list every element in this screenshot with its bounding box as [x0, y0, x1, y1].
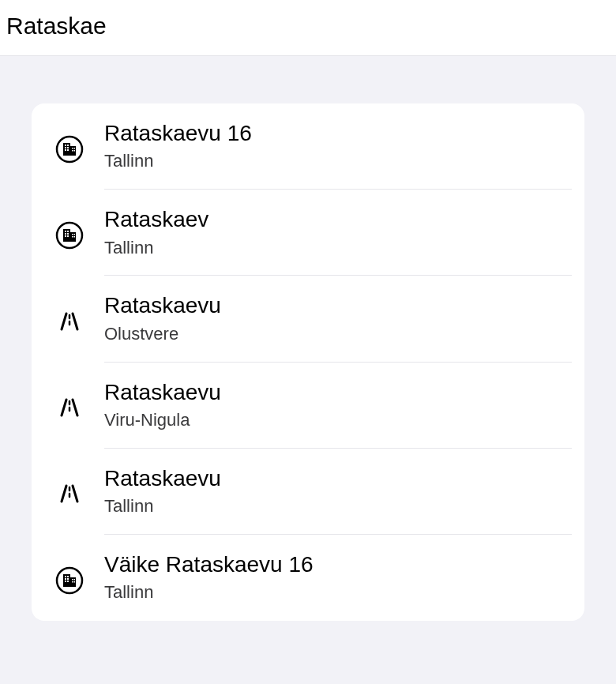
city-icon	[55, 221, 84, 250]
svg-rect-1	[63, 143, 70, 156]
svg-line-26	[62, 314, 66, 329]
road-icon	[55, 393, 84, 422]
svg-rect-42	[67, 576, 69, 577]
result-title: Rataskaevu	[104, 291, 221, 320]
svg-rect-17	[67, 231, 69, 232]
search-result-item[interactable]: Rataskaev Tallinn	[32, 190, 584, 276]
svg-rect-49	[72, 581, 73, 583]
city-icon	[55, 566, 84, 595]
result-subtitle: Tallinn	[104, 494, 221, 519]
result-text: Väike Rataskaevu 16 Tallinn	[104, 551, 314, 605]
svg-rect-8	[67, 149, 69, 151]
result-title: Rataskaevu	[104, 378, 221, 407]
search-input[interactable]	[6, 13, 610, 39]
result-subtitle: Viru-Nigula	[104, 408, 221, 433]
result-text: Rataskaevu Viru-Nigula	[104, 378, 221, 433]
svg-line-34	[62, 486, 66, 502]
search-result-item[interactable]: Rataskaevu Viru-Nigula	[32, 363, 584, 449]
result-title: Rataskaevu 16	[104, 119, 252, 148]
search-result-item[interactable]: Rataskaevu Olustvere	[32, 276, 584, 362]
svg-rect-50	[74, 581, 76, 583]
svg-rect-3	[65, 145, 66, 146]
search-bar	[0, 0, 616, 56]
svg-rect-12	[74, 150, 76, 152]
svg-rect-46	[67, 581, 69, 582]
svg-rect-48	[74, 579, 76, 581]
svg-rect-24	[72, 236, 73, 238]
svg-rect-39	[63, 574, 70, 587]
svg-rect-9	[72, 148, 73, 149]
result-subtitle: Tallinn	[104, 149, 252, 174]
result-text: Rataskaevu 16 Tallinn	[104, 119, 252, 174]
content-area: Rataskaevu 16 Tallinn Rataskaev Tallinn …	[0, 56, 616, 637]
svg-rect-11	[72, 150, 73, 152]
result-text: Rataskaevu Olustvere	[104, 291, 221, 346]
result-text: Rataskaev Tallinn	[104, 205, 208, 260]
svg-rect-7	[65, 149, 66, 151]
search-result-item[interactable]: Rataskaevu 16 Tallinn	[32, 103, 584, 190]
svg-line-27	[73, 314, 77, 329]
svg-line-31	[73, 400, 77, 415]
result-subtitle: Tallinn	[104, 236, 208, 261]
svg-rect-18	[65, 233, 66, 235]
svg-rect-16	[65, 231, 66, 232]
result-subtitle: Olustvere	[104, 322, 221, 347]
svg-rect-22	[72, 234, 73, 235]
svg-rect-45	[65, 581, 66, 582]
svg-rect-10	[74, 148, 76, 149]
svg-rect-41	[65, 576, 66, 577]
svg-rect-23	[74, 234, 76, 235]
svg-rect-47	[72, 579, 73, 581]
svg-rect-19	[67, 233, 69, 235]
result-text: Rataskaevu Tallinn	[104, 464, 221, 519]
result-title: Rataskaev	[104, 205, 208, 234]
road-icon	[55, 479, 84, 508]
svg-rect-25	[74, 236, 76, 238]
svg-line-35	[73, 486, 77, 502]
svg-rect-43	[65, 578, 66, 580]
search-results-list: Rataskaevu 16 Tallinn Rataskaev Tallinn …	[32, 103, 584, 621]
search-result-item[interactable]: Väike Rataskaevu 16 Tallinn	[32, 535, 584, 621]
svg-rect-44	[67, 578, 69, 580]
svg-rect-4	[67, 145, 69, 146]
svg-rect-21	[67, 235, 69, 237]
svg-rect-14	[63, 229, 70, 242]
svg-line-30	[62, 400, 66, 415]
search-result-item[interactable]: Rataskaevu Tallinn	[32, 449, 584, 535]
svg-rect-6	[67, 147, 69, 148]
road-icon	[55, 307, 84, 336]
city-icon	[55, 135, 84, 163]
result-title: Väike Rataskaevu 16	[104, 551, 314, 579]
svg-rect-5	[65, 147, 66, 148]
result-title: Rataskaevu	[104, 464, 221, 493]
svg-rect-20	[65, 235, 66, 237]
result-subtitle: Tallinn	[104, 581, 314, 605]
